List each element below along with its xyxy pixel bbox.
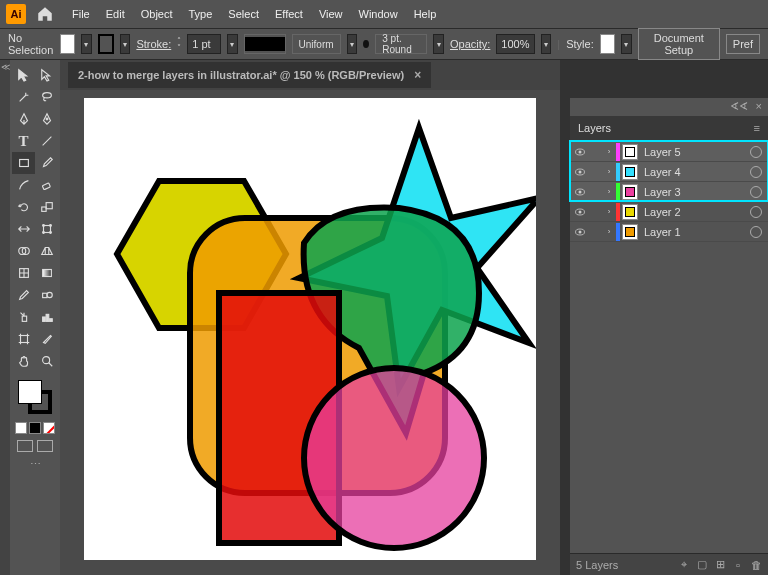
expand-layer-icon[interactable]: › [604,227,614,236]
document-tab[interactable]: 2-how to merge layers in illustrator.ai*… [68,62,431,88]
brush-dropdown-icon[interactable]: ▾ [433,34,444,54]
visibility-toggle-icon[interactable] [572,166,588,178]
rotate-tool[interactable] [12,196,35,218]
symbol-sprayer-tool[interactable] [12,306,35,328]
expand-layer-icon[interactable]: › [604,147,614,156]
stroke-weight-dropdown-icon[interactable]: ▾ [227,34,238,54]
menu-effect[interactable]: Effect [267,4,311,24]
gradient-fill-mode[interactable] [29,422,41,434]
stroke-label[interactable]: Stroke: [136,38,171,50]
stroke-weight-input[interactable]: 1 pt [187,34,220,54]
fill-stroke-indicator[interactable] [18,380,52,414]
menu-select[interactable]: Select [220,4,267,24]
menu-file[interactable]: File [64,4,98,24]
layer-name-label[interactable]: Layer 4 [640,166,748,178]
stroke-style-preview[interactable] [244,34,286,54]
visibility-toggle-icon[interactable] [572,206,588,218]
fill-swatch[interactable] [60,34,75,54]
stroke-dropdown-icon[interactable]: ▾ [120,34,131,54]
home-icon[interactable] [36,5,54,23]
pen-tool[interactable] [12,108,35,130]
expand-layer-icon[interactable]: › [604,187,614,196]
layer-name-label[interactable]: Layer 2 [640,206,748,218]
draw-behind-icon[interactable] [37,440,53,452]
panel-collapse-icon[interactable]: ∢∢ [730,100,748,114]
eraser-tool[interactable] [35,174,58,196]
opacity-input[interactable]: 100% [496,34,534,54]
close-tab-icon[interactable]: × [414,68,421,82]
variable-width-profile[interactable]: Uniform [292,34,341,54]
eyedropper-tool[interactable] [12,284,35,306]
menu-help[interactable]: Help [406,4,445,24]
delete-layer-icon[interactable]: 🗑 [750,559,762,571]
preferences-button[interactable]: Pref [726,34,760,54]
graphic-style-swatch[interactable] [600,34,615,54]
expand-layer-icon[interactable]: › [604,207,614,216]
zoom-tool[interactable] [35,350,58,372]
opacity-label[interactable]: Opacity: [450,38,490,50]
left-gutter-icon[interactable]: ≪ [0,60,10,575]
width-tool[interactable] [12,218,35,240]
layer-row[interactable]: › Layer 3 [570,182,768,202]
panel-close-icon[interactable]: × [756,100,762,114]
make-clipping-mask-icon[interactable]: ▢ [696,559,708,571]
expand-layer-icon[interactable]: › [604,167,614,176]
perspective-grid-tool[interactable] [35,240,58,262]
canvas[interactable] [60,90,560,575]
stepper-icon[interactable]: ˄˅ [177,37,181,51]
new-sublayer-icon[interactable]: ⊞ [714,559,726,571]
target-icon[interactable] [750,166,762,178]
scale-tool[interactable] [35,196,58,218]
rectangle-tool[interactable] [12,152,35,174]
visibility-toggle-icon[interactable] [572,226,588,238]
paintbrush-tool[interactable] [35,152,58,174]
locate-object-icon[interactable]: ⌖ [678,559,690,571]
layer-name-label[interactable]: Layer 5 [640,146,748,158]
layer-row[interactable]: › Layer 1 [570,222,768,242]
stroke-swatch[interactable] [98,34,114,54]
layer-row[interactable]: › Layer 2 [570,202,768,222]
magic-wand-tool[interactable] [12,86,35,108]
style-dropdown-icon[interactable]: ▾ [621,34,632,54]
profile-dropdown-icon[interactable]: ▾ [347,34,358,54]
draw-normal-icon[interactable] [17,440,33,452]
direct-selection-tool[interactable] [35,64,58,86]
menu-edit[interactable]: Edit [98,4,133,24]
gradient-tool[interactable] [35,262,58,284]
shaper-tool[interactable] [12,174,35,196]
mesh-tool[interactable] [12,262,35,284]
target-icon[interactable] [750,186,762,198]
menu-window[interactable]: Window [351,4,406,24]
layer-name-label[interactable]: Layer 1 [640,226,748,238]
menu-type[interactable]: Type [181,4,221,24]
target-icon[interactable] [750,146,762,158]
opacity-dropdown-icon[interactable]: ▾ [541,34,552,54]
artboard-tool[interactable] [12,328,35,350]
menu-view[interactable]: View [311,4,351,24]
line-segment-tool[interactable] [35,130,58,152]
shape-builder-tool[interactable] [12,240,35,262]
document-setup-button[interactable]: Document Setup [638,28,720,60]
color-fill-mode[interactable] [15,422,27,434]
slice-tool[interactable] [35,328,58,350]
free-transform-tool[interactable] [35,218,58,240]
column-graph-tool[interactable] [35,306,58,328]
visibility-toggle-icon[interactable] [572,146,588,158]
target-icon[interactable] [750,226,762,238]
panel-menu-icon[interactable]: ≡ [754,122,760,134]
layer-row[interactable]: › Layer 4 [570,162,768,182]
blend-tool[interactable] [35,284,58,306]
fill-dropdown-icon[interactable]: ▾ [81,34,92,54]
curvature-tool[interactable] [35,108,58,130]
menu-object[interactable]: Object [133,4,181,24]
hand-tool[interactable] [12,350,35,372]
target-icon[interactable] [750,206,762,218]
lasso-tool[interactable] [35,86,58,108]
visibility-toggle-icon[interactable] [572,186,588,198]
selection-tool[interactable] [12,64,35,86]
new-layer-icon[interactable]: ▫ [732,559,744,571]
none-fill-mode[interactable] [43,422,55,434]
layer-row[interactable]: › Layer 5 [570,142,768,162]
brush-definition[interactable]: 3 pt. Round [375,34,427,54]
type-tool[interactable]: T [12,130,35,152]
